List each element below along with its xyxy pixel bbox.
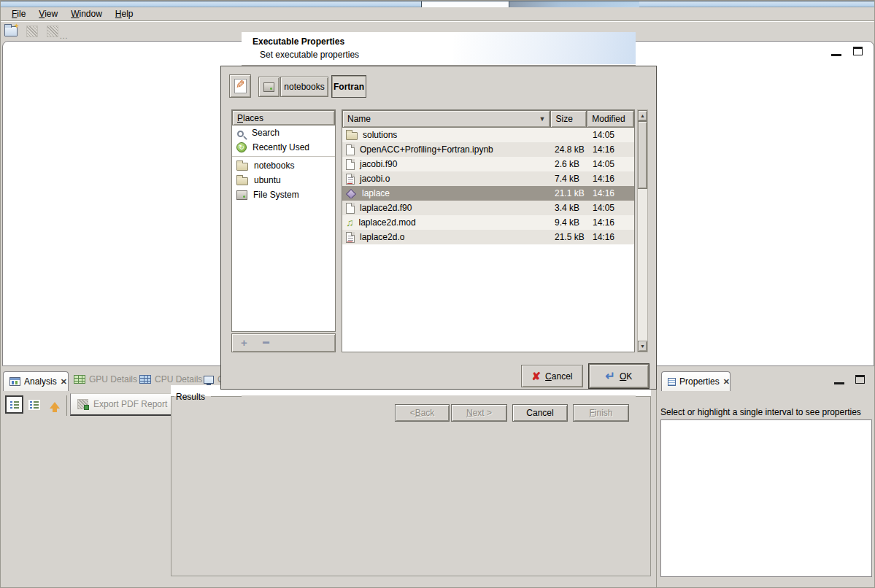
wizard-cancel-button[interactable]: Cancel (512, 404, 568, 422)
up-level-button[interactable] (46, 396, 63, 414)
menu-file[interactable]: File (5, 8, 32, 20)
sort-descending-icon: ▼ (539, 115, 546, 123)
file-icon (346, 203, 355, 214)
application-window: File View Window Help ... Analysis ✕ GPU… (0, 0, 875, 588)
tab-cpu-details[interactable]: CPU Details (139, 374, 202, 384)
place-search-label: Search (252, 128, 280, 138)
wizard-footer: < Back Next > Cancel Finish (242, 395, 636, 425)
tab-cpu-details-label: CPU Details (155, 374, 202, 384)
path-notebooks-button[interactable]: notebooks (280, 77, 328, 97)
menubar: File View Window Help (1, 7, 875, 21)
place-recently-used[interactable]: ↻ Recently Used (232, 140, 335, 155)
column-header-modified[interactable]: Modified (587, 110, 634, 128)
cpu-details-icon (139, 375, 151, 384)
background-titlebar-strip (1, 1, 875, 7)
drive-icon (236, 190, 247, 200)
tab-gpu-details-label: GPU Details (89, 374, 137, 384)
dialog-ok-button[interactable]: ↵ OK (589, 364, 649, 388)
up-arrow-icon (50, 402, 60, 409)
recently-used-icon: ↻ (236, 142, 247, 152)
wizard-subtitle: Set executable properties (260, 50, 359, 60)
scroll-up-icon[interactable]: ▲ (638, 110, 647, 121)
menu-view[interactable]: View (32, 8, 64, 20)
next-button[interactable]: Next > (451, 404, 507, 422)
places-panel: Places Search ↻ Recently Used notebooks … (231, 109, 336, 332)
tab-gpu-details[interactable]: GPU Details (74, 374, 137, 384)
module-icon: ♫ (346, 217, 354, 228)
file-row[interactable]: laplace2d.f90 3.4 kB 14:05 (342, 201, 634, 215)
properties-minimize-icon[interactable] (834, 377, 844, 384)
close-icon[interactable]: ✕ (723, 377, 730, 387)
wizard-title: Executable Properties (253, 36, 344, 47)
places-header[interactable]: Places (232, 110, 335, 125)
file-row[interactable]: laplace2d.o 21.5 kB 14:16 (342, 230, 634, 244)
place-file-system[interactable]: File System (232, 187, 335, 202)
file-row[interactable]: OpenACC+Profiling+Fortran.ipynb 24.8 kB … (342, 142, 634, 157)
scroll-down-icon[interactable]: ▼ (638, 341, 647, 352)
drive-icon (263, 82, 274, 92)
places-separator (232, 156, 335, 157)
place-notebooks-label: notebooks (254, 160, 294, 171)
properties-message: Select or highlight a single interval to… (660, 407, 874, 417)
file-row[interactable]: jacobi.o 7.4 kB 14:16 (342, 171, 634, 186)
column-header-size[interactable]: Size (550, 110, 587, 128)
menu-window[interactable]: Window (64, 8, 109, 20)
scrollbar-thumb[interactable] (638, 121, 647, 189)
file-row[interactable]: jacobi.f90 2.6 kB 14:05 (342, 157, 634, 171)
wizard-header: Executable Properties Set executable pro… (242, 32, 636, 66)
column-header-name[interactable]: Name ▼ (342, 110, 550, 128)
add-place-button[interactable]: + (241, 336, 247, 349)
folder-icon (236, 177, 248, 185)
type-filename-toggle-button[interactable]: ✎ (229, 74, 251, 98)
tab-properties[interactable]: Properties ✕ (661, 371, 731, 391)
executable-icon (346, 189, 356, 198)
file-list: Name ▼ Size Modified solutions 14:05 Ope… (342, 109, 635, 352)
file-row[interactable]: ♫laplace2d.mod 9.4 kB 14:16 (342, 215, 634, 230)
new-session-icon[interactable] (4, 26, 18, 36)
object-file-icon (346, 232, 355, 243)
place-ubuntu-label: ubuntu (254, 175, 281, 185)
back-button[interactable]: < Back (395, 404, 450, 422)
file-chooser-dialog: ✎ notebooks Fortran Places Search ↻ Rece… (220, 66, 657, 390)
properties-list[interactable] (660, 419, 872, 577)
object-file-icon (346, 174, 355, 185)
close-icon[interactable]: ✕ (61, 377, 67, 387)
export-pdf-report-button[interactable]: Export PDF Report (70, 393, 171, 416)
file-list-header: Name ▼ Size Modified (342, 110, 634, 128)
wizard-header-gradient (453, 32, 636, 64)
disabled-toolbar-icon-1 (26, 26, 38, 37)
analysis-mode-button[interactable] (26, 396, 43, 414)
file-row[interactable]: solutions 14:05 (342, 128, 634, 142)
place-file-system-label: File System (253, 190, 299, 200)
places-edit-bar: + ▬ (231, 333, 336, 352)
file-icon (346, 144, 355, 155)
properties-maximize-icon[interactable] (855, 375, 865, 384)
file-icon (346, 159, 355, 170)
dialog-cancel-button[interactable]: ✘ Cancel (521, 365, 583, 387)
remove-place-button[interactable]: ▬ (263, 338, 269, 345)
tab-analysis-label: Analysis (24, 376, 57, 387)
folder-icon (236, 163, 248, 171)
analysis-mode-button-pressed[interactable] (5, 395, 23, 414)
tab-properties-label: Properties (679, 376, 720, 387)
tab-analysis[interactable]: Analysis ✕ (3, 371, 69, 391)
properties-panel: Properties ✕ Select or highlight a singl… (656, 369, 875, 588)
pencil-icon: ✎ (234, 79, 247, 93)
properties-icon (668, 378, 676, 386)
export-pdf-icon (77, 399, 88, 409)
ok-return-arrow-icon: ↵ (606, 369, 615, 383)
file-list-scrollbar[interactable]: ▲ ▼ (637, 109, 648, 352)
place-notebooks[interactable]: notebooks (232, 158, 335, 173)
place-ubuntu[interactable]: ubuntu (232, 173, 335, 187)
path-fortran-button[interactable]: Fortran (331, 75, 366, 98)
finish-button[interactable]: Finish (573, 404, 629, 422)
editor-minimize-icon[interactable] (831, 49, 841, 56)
folder-icon (346, 132, 358, 140)
file-row-selected[interactable]: laplace 21.1 kB 14:16 (342, 186, 634, 201)
place-search[interactable]: Search (232, 125, 335, 140)
menu-help[interactable]: Help (109, 8, 140, 20)
results-label: Results (176, 392, 205, 402)
cancel-x-icon: ✘ (532, 370, 541, 383)
path-root-button[interactable] (258, 77, 280, 97)
editor-maximize-icon[interactable] (853, 47, 863, 55)
